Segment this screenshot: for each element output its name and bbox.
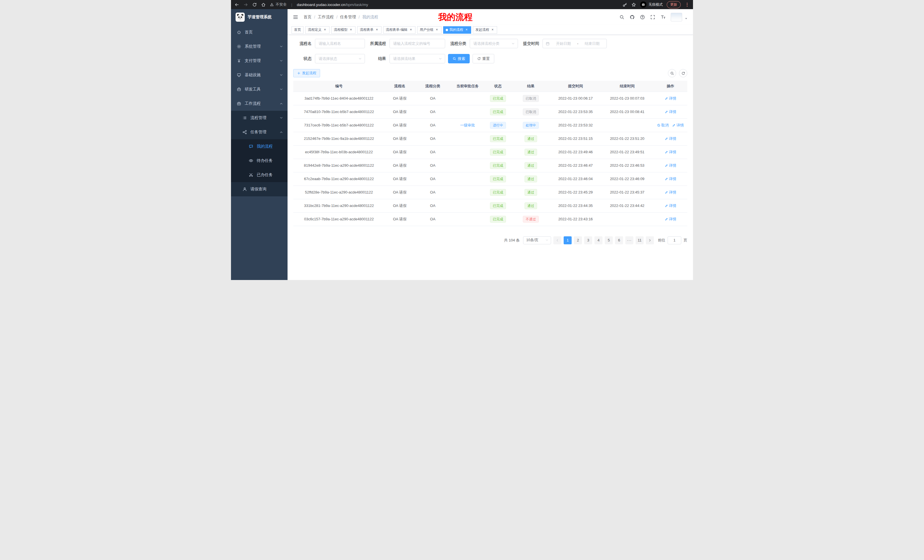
page-button-3[interactable]: 3 <box>584 236 592 244</box>
hamburger-icon[interactable] <box>292 14 298 20</box>
close-icon[interactable]: × <box>375 28 379 32</box>
user-icon <box>242 187 247 192</box>
breadcrumb-item[interactable]: 首页 <box>303 15 312 20</box>
header-search-icon[interactable] <box>620 15 624 20</box>
close-icon[interactable]: × <box>323 28 327 32</box>
tab-process-model[interactable]: 流程模型× <box>331 26 356 34</box>
detail-link[interactable]: 详情 <box>665 150 676 155</box>
detail-link[interactable]: 详情 <box>672 123 684 128</box>
sidebar-item-todo-tasks[interactable]: 待办任务 <box>231 154 288 168</box>
tab-process-form[interactable]: 流程表单× <box>357 26 381 34</box>
page-button-5[interactable]: 5 <box>605 236 613 244</box>
detail-link[interactable]: 详情 <box>665 136 676 141</box>
logo[interactable]: 芋道管理系统 <box>231 9 288 25</box>
avatar[interactable] <box>671 13 682 21</box>
sidebar-item-infrastructure[interactable]: 基础设施 <box>231 68 288 82</box>
status-select[interactable]: 请选择状态 <box>315 54 365 63</box>
process-name-input[interactable] <box>315 39 365 48</box>
cell-current-task <box>451 132 484 145</box>
cell-result: 已取消 <box>512 91 550 105</box>
browser-home-icon[interactable] <box>261 2 266 7</box>
caret-down-icon[interactable] <box>684 17 688 20</box>
sidebar-item-workflow[interactable]: 工作流程 <box>231 96 288 111</box>
cell-result: 通过 <box>512 145 550 159</box>
table-row: 3ad174fb-7b9d-11ec-8404-acde48001122OA 请… <box>293 91 687 105</box>
pager-more-button[interactable]: ··· <box>626 236 633 244</box>
sidebar-item-devtools[interactable]: 研发工具 <box>231 82 288 96</box>
cancel-link[interactable]: 取消 <box>657 123 669 128</box>
chevron-right-icon <box>648 239 652 242</box>
fullscreen-icon[interactable] <box>650 15 655 20</box>
browser-forward-icon[interactable] <box>243 2 248 7</box>
browser-back-icon[interactable] <box>234 2 239 7</box>
close-icon[interactable]: × <box>490 28 495 32</box>
detail-link[interactable]: 详情 <box>665 203 676 208</box>
sidebar-item-system[interactable]: 系统管理 <box>231 39 288 54</box>
result-badge: 已取消 <box>523 95 539 102</box>
tab-user-group[interactable]: 用户分组× <box>417 26 441 34</box>
address-bar[interactable]: dashboard.yudao.iocoder.cn/bpm/task/my <box>297 3 368 7</box>
page-button-1[interactable]: 1 <box>564 236 572 244</box>
breadcrumb-item[interactable]: 任务管理 <box>340 15 356 20</box>
update-button[interactable]: 更新 <box>667 1 681 8</box>
browser-reload-icon[interactable] <box>252 2 257 7</box>
result-badge: 处理中 <box>523 122 539 129</box>
sidebar-item-my-process[interactable]: 我的流程 <box>231 139 288 154</box>
page-button-11[interactable]: 11 <box>636 236 644 244</box>
cell-process-name: OA 请假 <box>385 132 415 145</box>
search-toggle-button[interactable] <box>668 69 676 77</box>
detail-link[interactable]: 详情 <box>665 163 676 168</box>
detail-link[interactable]: 详情 <box>665 190 676 195</box>
password-key-icon[interactable] <box>622 2 627 7</box>
page-size-select[interactable]: 10条/页 <box>523 236 551 244</box>
refresh-icon <box>477 57 481 60</box>
next-page-button[interactable] <box>646 236 654 244</box>
security-label: 不安全 <box>276 2 286 7</box>
sidebar-item-home[interactable]: 首页 <box>231 25 288 39</box>
search-button[interactable]: 搜索 <box>448 54 470 63</box>
category-select[interactable]: 请选择流程分类 <box>470 39 518 48</box>
close-icon[interactable]: × <box>465 28 469 32</box>
tab-process-definition[interactable]: 流程定义× <box>305 26 330 34</box>
detail-link[interactable]: 详情 <box>665 217 676 222</box>
detail-link[interactable]: 详情 <box>665 109 676 114</box>
parent-process-input[interactable] <box>390 39 445 48</box>
close-icon[interactable]: × <box>435 28 439 32</box>
browser-menu-icon[interactable] <box>685 2 690 7</box>
submit-time-range[interactable]: 开始日期 - 结束日期 <box>543 39 607 48</box>
page-button-6[interactable]: 6 <box>615 236 623 244</box>
detail-link[interactable]: 详情 <box>665 177 676 181</box>
page-button-2[interactable]: 2 <box>574 236 582 244</box>
create-process-button[interactable]: 发起流程 <box>293 69 320 77</box>
reset-button[interactable]: 重置 <box>472 54 494 63</box>
tab-label: 首页 <box>294 27 301 32</box>
column-header: 结果 <box>512 81 550 91</box>
breadcrumb-item[interactable]: 工作流程 <box>318 15 334 20</box>
sidebar-item-label: 待办任务 <box>257 158 273 163</box>
refresh-table-button[interactable] <box>679 69 687 77</box>
tab-start-process[interactable]: 发起流程× <box>473 26 497 34</box>
cell-result: 通过 <box>512 186 550 199</box>
close-icon[interactable]: × <box>409 28 413 32</box>
current-task-link[interactable]: 一级审批 <box>460 123 475 127</box>
detail-link[interactable]: 详情 <box>665 96 676 101</box>
tab-process-form-edit[interactable]: 流程表单-编辑× <box>383 26 416 34</box>
site-security[interactable]: 不安全 <box>270 2 286 7</box>
close-icon[interactable]: × <box>349 28 353 32</box>
result-select[interactable]: 请选择流结果 <box>390 54 445 63</box>
font-size-icon[interactable] <box>660 15 666 20</box>
sidebar-item-task-management[interactable]: 任务管理 <box>231 125 288 139</box>
chevron-down-icon <box>279 116 283 120</box>
page-button-4[interactable]: 4 <box>594 236 603 244</box>
tab-home[interactable]: 首页 <box>291 26 303 34</box>
github-icon[interactable] <box>630 15 635 20</box>
tab-my-process[interactable]: 我的流程× <box>443 26 471 34</box>
goto-page-input[interactable] <box>668 236 681 244</box>
bookmark-star-icon[interactable] <box>632 2 636 7</box>
sidebar-item-done-tasks[interactable]: 已办任务 <box>231 168 288 182</box>
help-icon[interactable] <box>640 15 645 20</box>
sidebar-item-leave-query[interactable]: 请假查询 <box>231 182 288 196</box>
prev-page-button[interactable] <box>554 236 561 244</box>
sidebar-item-payment[interactable]: 支付管理 <box>231 54 288 68</box>
sidebar-item-process-management[interactable]: 流程管理 <box>231 111 288 125</box>
